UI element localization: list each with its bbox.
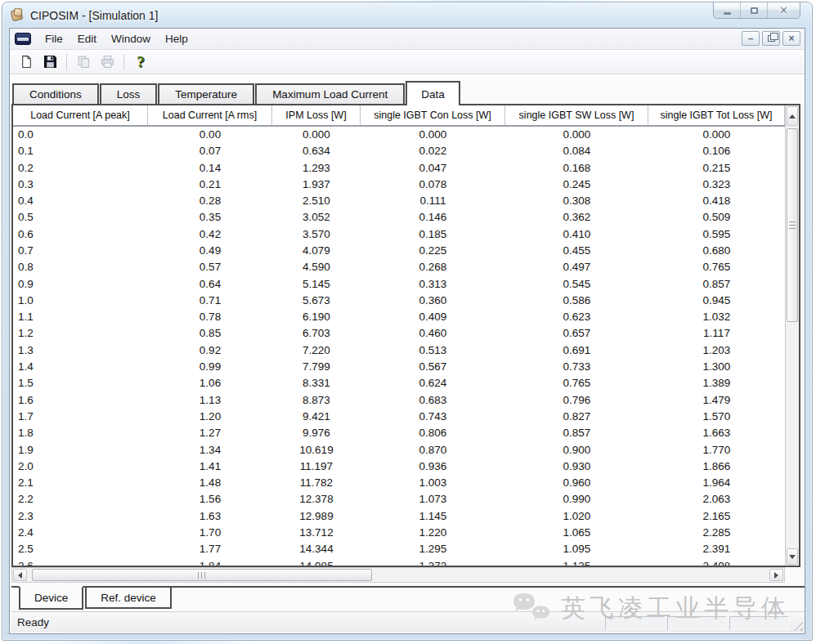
document-system-icon[interactable]: [15, 33, 31, 45]
vertical-scrollbar[interactable]: [785, 105, 799, 566]
tab-loss[interactable]: Loss: [100, 83, 158, 104]
horizontal-scrollbar[interactable]: [11, 567, 785, 583]
table-row[interactable]: 0.60.423.5700.1850.4100.595: [13, 226, 785, 243]
cell: 4.590: [272, 259, 361, 275]
column-header-single-igbt-sw-loss-w[interactable]: single IGBT SW Loss [W]: [505, 105, 648, 125]
menu-item-help[interactable]: Help: [158, 30, 195, 47]
table-body[interactable]: 0.00.000.0000.0000.0000.0000.10.070.6340…: [13, 127, 785, 566]
scroll-down-button[interactable]: [787, 548, 798, 565]
cell: 12.378: [272, 491, 361, 508]
table-row[interactable]: 2.31.6312.9891.1451.0202.165: [13, 508, 785, 525]
cell: 0.7: [13, 243, 148, 259]
vertical-scroll-thumb[interactable]: [787, 128, 798, 322]
tab-temperature[interactable]: Temperature: [158, 83, 254, 104]
table-row[interactable]: 0.70.494.0790.2250.4550.680: [13, 243, 785, 259]
toolbar-separator: [123, 54, 124, 70]
tab-conditions[interactable]: Conditions: [12, 83, 99, 104]
column-header-single-igbt-con-loss-w[interactable]: single IGBT Con Loss [W]: [361, 105, 505, 125]
titlebar[interactable]: CIPOSIM - [Simulation 1] ✕: [2, 2, 812, 28]
grid: Load Current [A peak]Load Current [A rms…: [13, 105, 785, 566]
table-row[interactable]: 2.51.7714.3441.2951.0952.391: [13, 541, 785, 557]
cell: 0.586: [505, 293, 648, 309]
table-row[interactable]: 1.00.715.6730.3600.5860.945: [13, 293, 785, 309]
menu-item-edit[interactable]: Edit: [70, 30, 104, 47]
table-row[interactable]: 1.61.138.8730.6830.7961.479: [13, 392, 785, 409]
cell: 0.409: [361, 309, 505, 325]
cell: 0.78: [148, 309, 272, 325]
tab-maximum-load-current[interactable]: Maximum Load Current: [255, 83, 405, 104]
cell: 1.125: [505, 558, 648, 566]
cell: 1.13: [148, 392, 272, 409]
cell: 0.595: [648, 226, 785, 243]
arrow-up-icon: [789, 114, 796, 119]
table-row[interactable]: 0.30.211.9370.0780.2450.323: [13, 177, 785, 193]
cell: 0.900: [505, 442, 648, 458]
scroll-up-button[interactable]: [787, 106, 798, 126]
column-header-load-current-a-peak[interactable]: Load Current [A peak]: [13, 105, 148, 125]
table-row[interactable]: 1.71.209.4210.7430.8271.570: [13, 409, 785, 425]
column-header-single-igbt-tot-loss-w[interactable]: single IGBT Tot Loss [W]: [648, 105, 785, 125]
table-row[interactable]: 1.81.279.9760.8060.8571.663: [13, 425, 785, 441]
menu-item-file[interactable]: File: [38, 30, 70, 47]
cell: 1.663: [648, 425, 785, 441]
column-header-load-current-a-rms[interactable]: Load Current [A rms]: [148, 105, 272, 125]
menu-item-window[interactable]: Window: [104, 30, 158, 47]
table-row-partial[interactable]: 2.61.8414.9851.3721.1252.498: [13, 558, 785, 566]
cell: 1.866: [648, 458, 785, 475]
table-row[interactable]: 2.01.4111.1970.9360.9301.866: [13, 458, 785, 475]
mdi-restore-button[interactable]: [762, 31, 780, 46]
cell: 1.8: [13, 425, 148, 441]
minimize-button[interactable]: [714, 2, 741, 18]
maximize-button[interactable]: [741, 2, 768, 18]
table-row[interactable]: 2.11.4811.7821.0030.9601.964: [13, 475, 785, 491]
scroll-left-button[interactable]: [13, 569, 27, 581]
cell: 2.0: [13, 458, 148, 475]
table-row[interactable]: 0.50.353.0520.1460.3620.509: [13, 209, 785, 226]
mdi-minimize-button[interactable]: –: [742, 31, 760, 46]
help-button[interactable]: ?: [130, 52, 151, 72]
cell: 0.460: [361, 325, 505, 342]
cell: 0.870: [361, 442, 505, 458]
table-row[interactable]: 0.00.000.0000.0000.0000.000: [13, 127, 785, 143]
table-row[interactable]: 2.41.7013.7121.2201.0652.285: [13, 525, 785, 541]
cell: 0.5: [13, 209, 148, 226]
vertical-scroll-track[interactable]: [786, 127, 799, 548]
cell: 0.513: [361, 342, 505, 359]
cell: 0.07: [148, 143, 272, 159]
cell: 0.146: [361, 209, 505, 226]
resize-grip[interactable]: [792, 620, 803, 631]
horizontal-scroll-thumb[interactable]: [32, 569, 373, 581]
save-button[interactable]: [39, 52, 61, 72]
table-row[interactable]: 1.91.3410.6190.8700.9001.770: [13, 442, 785, 458]
table-row[interactable]: 2.21.5612.3781.0730.9902.063: [13, 491, 785, 508]
arrow-right-icon: [774, 572, 778, 579]
table-row[interactable]: 1.20.856.7030.4600.6571.117: [13, 325, 785, 342]
table-row[interactable]: 1.51.068.3310.6240.7651.389: [13, 375, 785, 391]
bottom-tab-ref-device[interactable]: Ref. device: [85, 588, 172, 609]
cell: 0.634: [272, 143, 361, 159]
tab-bar: ConditionsLossTemperatureMaximum Load Cu…: [11, 79, 805, 104]
column-header-ipm-loss-w[interactable]: IPM Loss [W]: [272, 105, 361, 125]
cell: 0.3: [13, 177, 148, 193]
close-button[interactable]: ✕: [768, 2, 800, 18]
table-row[interactable]: 1.40.997.7990.5670.7331.300: [13, 359, 785, 375]
table-row[interactable]: 1.10.786.1900.4090.6231.032: [13, 309, 785, 325]
bottom-tab-bar: DeviceRef. device: [11, 586, 805, 611]
table-row[interactable]: 0.10.070.6340.0220.0840.106: [13, 143, 785, 159]
table-row[interactable]: 0.80.574.5900.2680.4970.765: [13, 259, 785, 275]
scroll-right-button[interactable]: [769, 569, 783, 581]
table-row[interactable]: 1.30.927.2200.5130.6911.203: [13, 342, 785, 359]
bottom-tab-device[interactable]: Device: [19, 586, 83, 610]
table-row[interactable]: 0.20.141.2930.0470.1680.215: [13, 160, 785, 177]
cell: 0.657: [505, 325, 648, 342]
status-panel: [729, 616, 789, 630]
toolbar-separator: [66, 54, 67, 70]
table-row[interactable]: 0.40.282.5100.1110.3080.418: [13, 193, 785, 209]
tab-data[interactable]: Data: [406, 81, 460, 105]
cell: 0.047: [361, 160, 505, 177]
new-document-button[interactable]: [16, 52, 37, 72]
table-row[interactable]: 0.90.645.1450.3130.5450.857: [13, 276, 785, 293]
horizontal-scroll-track[interactable]: [28, 568, 769, 582]
mdi-close-button[interactable]: ×: [782, 31, 800, 46]
cell: 4.079: [272, 243, 361, 259]
